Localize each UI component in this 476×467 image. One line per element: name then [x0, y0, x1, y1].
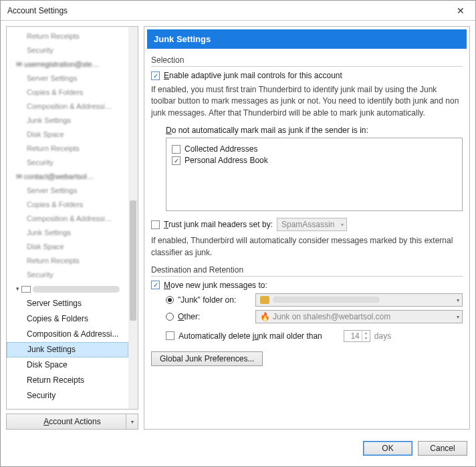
- whitelist-label: Do not automatically mark mail as junk i…: [166, 126, 463, 135]
- whitelist-item-label: Collected Addresses: [185, 144, 257, 154]
- whitelist-item-personal[interactable]: ✓ Personal Address Book: [172, 156, 457, 165]
- tree-item-blurred[interactable]: Junk Settings: [7, 114, 128, 128]
- other-folder-value: Junk on shalesh@webartsol.com: [273, 312, 390, 321]
- tree-item-blurred[interactable]: Return Receipts: [7, 142, 128, 156]
- whitelist-item-label: Personal Address Book: [185, 156, 268, 165]
- auto-delete-days-field[interactable]: ▴▾: [344, 330, 370, 342]
- enable-junk-description: If enabled, you must first train Thunder…: [151, 84, 463, 119]
- junk-flame-icon: 🔥: [260, 312, 270, 321]
- move-junk-label: Move new junk messages to:: [164, 281, 267, 290]
- panel-title: Junk Settings: [147, 29, 467, 49]
- scrollbar-thumb[interactable]: [130, 200, 136, 321]
- tree-item-blurred[interactable]: Copies & Folders: [7, 198, 128, 212]
- whitelist-checkbox[interactable]: ✓: [172, 156, 181, 165]
- sidebar-scrollbar[interactable]: [128, 27, 138, 409]
- ok-button[interactable]: OK: [363, 441, 412, 456]
- other-folder-radio-label: Other:: [178, 312, 251, 321]
- sidebar-item-security[interactable]: Security: [7, 388, 128, 404]
- section-selection: Selection: [151, 55, 463, 67]
- tree-item-blurred[interactable]: Disk Space: [7, 240, 128, 254]
- whitelist-item-collected[interactable]: Collected Addresses: [172, 144, 457, 154]
- other-folder-select[interactable]: 🔥 Junk on shalesh@webartsol.com ▾: [255, 310, 463, 323]
- junk-folder-select[interactable]: ▾: [255, 293, 463, 307]
- tree-item-blurred[interactable]: Composition & Addressi…: [7, 100, 128, 114]
- other-folder-radio[interactable]: [166, 313, 174, 321]
- chevron-down-icon: ▾: [126, 414, 138, 429]
- close-button[interactable]: ✕: [445, 1, 475, 21]
- window-title: Account Settings: [7, 6, 445, 15]
- days-suffix: days: [374, 331, 391, 341]
- whitelist-listbox[interactable]: Collected Addresses ✓ Personal Address B…: [166, 138, 463, 211]
- account-actions-label: Account Actions: [43, 417, 100, 426]
- whitelist-checkbox[interactable]: [172, 145, 181, 154]
- enable-junk-label: Enable adaptive junk mail controls for t…: [164, 71, 342, 80]
- tree-item-blurred[interactable]: Server Settings: [7, 184, 128, 198]
- enable-junk-checkbox[interactable]: ✓: [151, 71, 160, 80]
- account-tree[interactable]: Return Receipts Security ✉ userregistrat…: [6, 26, 138, 410]
- envelope-icon: [21, 286, 31, 293]
- sidebar-item-return-receipts[interactable]: Return Receipts: [7, 373, 128, 388]
- chevron-down-icon: ▾: [16, 284, 19, 294]
- tree-item-blurred[interactable]: Disk Space: [7, 128, 128, 142]
- junk-folder-radio-label: "Junk" folder on:: [178, 295, 251, 305]
- redacted-folder-value: [273, 297, 380, 303]
- folder-icon: [260, 296, 269, 304]
- sidebar-item-copies-folders[interactable]: Copies & Folders: [7, 311, 128, 327]
- settings-panel: Junk Settings Selection ✓ Enable adaptiv…: [144, 26, 470, 430]
- chevron-down-icon: ▾: [457, 297, 459, 303]
- content-area: Return Receipts Security ✉ userregistrat…: [1, 21, 475, 435]
- trust-headers-label: Trust junk mail headers set by:: [164, 220, 273, 229]
- account-actions-button[interactable]: Account Actions ▾: [6, 414, 138, 430]
- global-junk-prefs-button[interactable]: Global Junk Preferences...: [151, 351, 263, 366]
- auto-delete-label: Automatically delete junk mail older tha…: [178, 331, 322, 341]
- junk-folder-radio[interactable]: [166, 296, 174, 304]
- tree-item-blurred[interactable]: Copies & Folders: [7, 86, 128, 100]
- redacted-account-name: [33, 286, 120, 293]
- tree-item-blurred[interactable]: Server Settings: [7, 71, 128, 86]
- tree-item-blurred[interactable]: Security: [7, 156, 128, 170]
- sidebar-item-server-settings[interactable]: Server Settings: [7, 296, 128, 311]
- chevron-down-icon: ▾: [341, 222, 344, 228]
- spinner-buttons[interactable]: ▴▾: [362, 331, 370, 341]
- auto-delete-days-input[interactable]: [344, 331, 362, 341]
- trust-headers-description: If enabled, Thunderbird will automatical…: [151, 235, 463, 259]
- sidebar-item-disk-space[interactable]: Disk Space: [7, 357, 128, 373]
- move-junk-checkbox[interactable]: ✓: [151, 281, 160, 289]
- titlebar: Account Settings ✕: [1, 1, 475, 21]
- sidebar-item-junk-settings[interactable]: Junk Settings: [7, 342, 128, 357]
- auto-delete-checkbox[interactable]: [166, 331, 174, 340]
- tree-item-blurred[interactable]: Junk Settings: [7, 226, 128, 240]
- tree-item-blurred[interactable]: Composition & Addressi…: [7, 212, 128, 226]
- tree-item-blurred[interactable]: Return Receipts: [7, 254, 128, 268]
- sidebar-item-composition[interactable]: Composition & Addressi...: [7, 327, 128, 342]
- tree-account-blurred[interactable]: ✉ contact@webartsol…: [7, 170, 128, 184]
- tree-item-blurred[interactable]: Return Receipts: [7, 29, 128, 43]
- tree-account-current[interactable]: ▾: [7, 282, 128, 296]
- trust-headers-checkbox[interactable]: [151, 220, 160, 229]
- dialog-footer: OK Cancel: [1, 435, 475, 462]
- trust-headers-select: SpamAssassin ▾: [277, 218, 347, 231]
- section-destination: Destination and Retention: [151, 265, 463, 277]
- chevron-down-icon: ▾: [457, 313, 459, 319]
- cancel-button[interactable]: Cancel: [418, 441, 467, 456]
- tree-item-blurred[interactable]: Security: [7, 43, 128, 57]
- tree-item-blurred[interactable]: Security: [7, 268, 128, 282]
- sidebar: Return Receipts Security ✉ userregistrat…: [6, 26, 138, 430]
- tree-account-blurred[interactable]: ✉ userregistration@ste…: [7, 57, 128, 71]
